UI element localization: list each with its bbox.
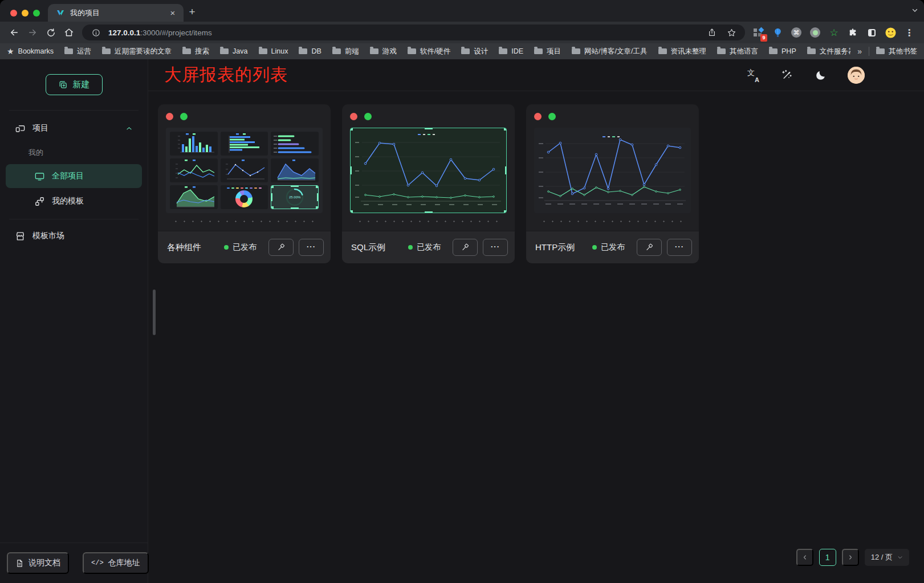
project-card[interactable]: 25.00% 各种组件 已发布 ···	[158, 104, 331, 263]
forward-icon[interactable]	[24, 24, 41, 41]
bookmark-folder[interactable]: 近期需要读的文章	[102, 47, 172, 56]
bookmark-folder[interactable]: Linux	[259, 47, 288, 55]
bookmark-folder[interactable]: 前端	[332, 47, 359, 56]
close-window-button[interactable]	[10, 10, 17, 17]
back-icon[interactable]	[6, 24, 23, 41]
mini-progress-selected: 25.00%	[271, 185, 319, 209]
bookmark-folder[interactable]: 游戏	[370, 47, 397, 56]
url-text[interactable]: 127.0.0.1:3000/#/project/items	[108, 28, 699, 37]
dark-mode-moon-icon[interactable]	[813, 68, 828, 83]
folder-icon	[876, 48, 885, 54]
bookmark-folder[interactable]: 搜索	[182, 47, 209, 56]
page-size-select[interactable]: 12 / 页	[865, 549, 909, 566]
new-tab-button[interactable]: +	[184, 3, 201, 21]
extension-grid-icon[interactable]: 9	[753, 27, 764, 38]
extension-command-icon[interactable]: ⌘	[791, 27, 802, 38]
sidebar-group-project[interactable]: 项目	[6, 116, 142, 140]
bookmark-folder[interactable]: PHP	[769, 47, 796, 55]
user-avatar[interactable]	[848, 67, 865, 84]
home-icon[interactable]	[60, 24, 78, 41]
green-dot-icon	[364, 113, 372, 120]
edit-project-button[interactable]	[637, 239, 662, 256]
card-dots	[534, 113, 691, 120]
repo-button[interactable]: </> 仓库地址	[83, 552, 149, 574]
bookmark-folder[interactable]: 运营	[64, 47, 91, 56]
sidebar-item-all-projects[interactable]: 全部项目	[6, 164, 142, 188]
header-actions: 文 A	[746, 67, 924, 84]
more-options-button[interactable]: ···	[667, 239, 692, 256]
folder-icon	[220, 48, 229, 54]
tab-close-icon[interactable]: ×	[168, 8, 178, 18]
bookmark-folder[interactable]: 设计	[461, 47, 488, 56]
bookmark-folder[interactable]: 资讯未整理	[658, 47, 707, 56]
extension-emoji-icon[interactable]	[885, 27, 896, 38]
more-options-button[interactable]: ···	[299, 239, 324, 256]
site-info-icon[interactable]	[89, 28, 103, 37]
project-card[interactable]: HTTP示例 已发布 ···	[526, 104, 699, 263]
next-page-button[interactable]	[842, 549, 859, 566]
folder-icon	[370, 48, 378, 54]
bookmark-folder[interactable]: 其他语言	[717, 47, 758, 56]
extension-halfsquare-icon[interactable]	[866, 27, 877, 38]
line-chart-preview	[351, 128, 506, 213]
bookmark-folder[interactable]: DB	[299, 47, 321, 55]
extension-record-icon[interactable]	[809, 27, 821, 38]
minimize-window-button[interactable]	[22, 10, 29, 17]
bookmark-star-icon[interactable]	[724, 28, 738, 38]
browser-menu-icon[interactable]: ⋮	[903, 27, 915, 38]
red-dot-icon	[350, 113, 357, 120]
sidebar-footer: 说明文档 </> 仓库地址	[0, 543, 148, 583]
magic-wand-icon[interactable]	[779, 68, 794, 83]
docs-button[interactable]: 说明文档	[7, 552, 69, 574]
extension-star-icon[interactable]: ☆	[828, 27, 840, 38]
page-title: 大屏报表的列表	[164, 63, 288, 87]
extensions-puzzle-icon[interactable]	[847, 27, 858, 38]
more-options-button[interactable]: ···	[483, 239, 508, 256]
tab-title: 我的项目	[70, 8, 162, 18]
tab-search-icon[interactable]	[911, 6, 918, 16]
prev-page-button[interactable]	[796, 549, 813, 566]
bookmarks-manager[interactable]: ★Bookmarks	[7, 47, 54, 56]
reload-icon[interactable]	[42, 24, 59, 41]
mini-hbar-chart	[221, 132, 268, 156]
edit-project-button[interactable]	[453, 239, 478, 256]
bookmarks-overflow-icon[interactable]: »	[857, 47, 862, 56]
mini-donut-chart	[221, 185, 268, 209]
folder-icon	[769, 48, 778, 54]
folder-icon	[534, 48, 543, 54]
bookmark-folder[interactable]: 文件服务器	[807, 47, 850, 56]
dotted-ruler	[539, 221, 686, 222]
sidebar-item-template-market[interactable]: 模板市场	[6, 224, 142, 248]
create-project-button[interactable]: 新建	[46, 74, 103, 95]
bookmarks-bar: ★Bookmarks 运营 近期需要读的文章 搜索 Java Linux DB …	[0, 43, 924, 59]
folder-icon	[572, 48, 580, 54]
bookmark-folder[interactable]: IDE	[499, 47, 523, 55]
share-icon[interactable]	[705, 28, 719, 37]
bookmark-folder[interactable]: 软件/硬件	[408, 47, 450, 56]
project-title: HTTP示例	[535, 242, 592, 253]
bookmark-folder[interactable]: 项目	[534, 47, 561, 56]
other-bookmarks[interactable]: 其他书签	[876, 47, 917, 56]
current-page-button[interactable]: 1	[819, 549, 836, 566]
status-badge: 已发布	[224, 242, 257, 252]
goview-favicon	[56, 9, 65, 18]
storefront-icon	[15, 231, 26, 242]
status-badge: 已发布	[408, 242, 441, 252]
scrollbar-thumb[interactable]	[153, 290, 156, 335]
bookmark-folder[interactable]: Java	[220, 47, 247, 55]
chevron-down-icon	[897, 555, 903, 560]
bookmark-folder[interactable]: 网站/博客/文章/工具	[572, 47, 647, 56]
chevron-up-icon[interactable]	[125, 125, 133, 132]
extension-balloon-icon[interactable]	[772, 27, 783, 38]
card-footer: 各种组件 已发布 ···	[158, 231, 331, 263]
sidebar-nav: 项目 我的 全部项目 我的模板 模板市场	[0, 111, 148, 248]
browser-tab[interactable]: 我的项目 ×	[48, 4, 184, 22]
sidebar-item-my-templates[interactable]: 我的模板	[6, 189, 142, 213]
project-card[interactable]: SQL示例 已发布 ···	[342, 104, 515, 263]
zoom-window-button[interactable]	[33, 10, 40, 17]
folder-icon	[658, 48, 667, 54]
address-bar[interactable]: 127.0.0.1:3000/#/project/items	[82, 25, 745, 40]
edit-project-button[interactable]	[268, 239, 294, 256]
language-icon[interactable]: 文 A	[746, 68, 760, 82]
card-footer: SQL示例 已发布 ···	[342, 231, 515, 263]
